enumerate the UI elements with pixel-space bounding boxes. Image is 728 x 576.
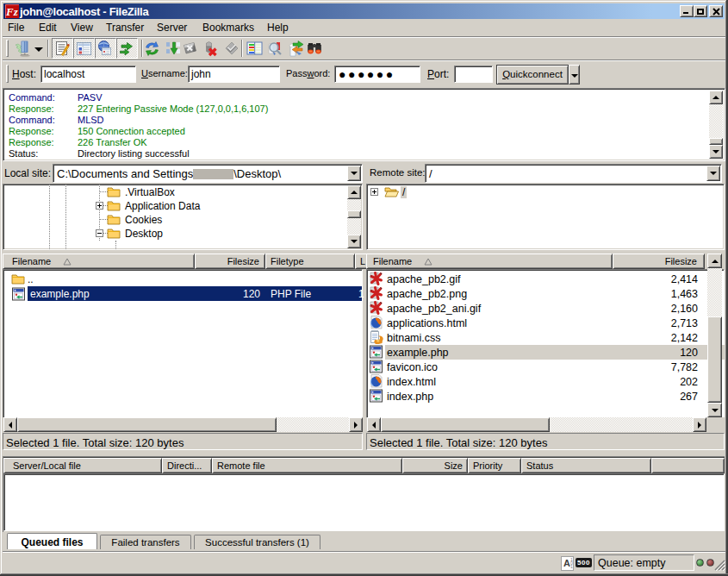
svg-text:Fz: Fz — [5, 5, 19, 18]
